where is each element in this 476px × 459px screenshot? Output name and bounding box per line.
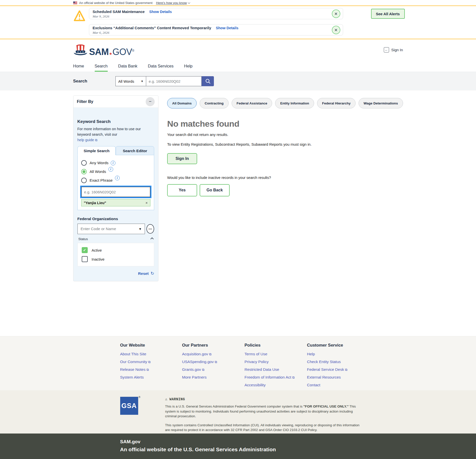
- radio-label: Exact Phrase: [90, 178, 113, 183]
- reset-filters-link[interactable]: Reset: [138, 271, 149, 276]
- domain-tab-entity-information[interactable]: Entity Information: [275, 98, 314, 108]
- radio-label: All Words: [90, 169, 106, 174]
- footer-link-foia[interactable]: Freedom of Information Act ⧉: [245, 375, 307, 380]
- show-details-link[interactable]: Show Details: [216, 26, 238, 30]
- footer-link-grants-gov[interactable]: Grants.gov ⧉: [182, 367, 245, 372]
- domain-tab-federal-hierarchy[interactable]: Federal Hierarchy: [317, 98, 356, 108]
- collapse-filters-button[interactable]: −: [146, 97, 155, 106]
- search-band: Search All Words ▼: [0, 72, 476, 90]
- checkbox-inactive[interactable]: [82, 256, 88, 262]
- footer-heading: Customer Service: [307, 343, 370, 348]
- external-link-icon: ⧉: [146, 368, 149, 372]
- search-label: Search: [73, 79, 87, 84]
- checkbox-active[interactable]: ✓: [82, 247, 88, 253]
- close-icon: ✕: [334, 28, 338, 32]
- identity-footer: SAM.gov An official website of the U.S. …: [0, 434, 476, 459]
- sign-in-required-text: To view Entity Registrations, Subcontrac…: [167, 142, 325, 147]
- footer-link-usaspending-gov[interactable]: USASpending.gov ⧉: [182, 360, 245, 364]
- federal-organizations-select[interactable]: Enter Code or Name ▼: [77, 224, 145, 234]
- sign-in-link[interactable]: ← Sign In: [384, 47, 403, 52]
- footer-link-privacy-policy[interactable]: Privacy Policy: [245, 360, 307, 364]
- footer-link-system-alerts[interactable]: System Alerts: [120, 375, 182, 380]
- more-organizations-button[interactable]: •••: [146, 224, 154, 234]
- yes-button[interactable]: Yes: [167, 184, 197, 196]
- domain-tab-wage-determinations[interactable]: Wage Determinations: [359, 98, 403, 108]
- close-icon: ✕: [334, 11, 338, 16]
- nav-item-search[interactable]: Search: [95, 60, 108, 72]
- footer-column-our-website: Our Website About This Site Our Communit…: [120, 343, 182, 391]
- radio-exact-phrase[interactable]: [81, 178, 87, 183]
- footer-link-check-entity-status[interactable]: Check Entity Status: [307, 360, 370, 364]
- footer-link-about-this-site[interactable]: About This Site: [120, 352, 182, 356]
- nav-item-data-services[interactable]: Data Services: [148, 60, 174, 72]
- help-guide-link[interactable]: help guide ⧉: [77, 138, 97, 142]
- domain-tab-contracting[interactable]: Contracting: [200, 98, 229, 108]
- external-link-icon: ⧉: [95, 138, 97, 142]
- status-accordion-header[interactable]: Status: [77, 237, 154, 241]
- footer-link-release-notes[interactable]: Release Notes ⧉: [120, 367, 182, 372]
- external-link-icon: ⧉: [292, 376, 295, 379]
- close-alert-button[interactable]: ✕: [332, 9, 340, 18]
- footer-link-contact[interactable]: Contact: [307, 383, 370, 387]
- tab-simple-search[interactable]: Simple Search: [77, 146, 116, 155]
- footer-link-terms-of-use[interactable]: Terms of Use: [245, 352, 307, 356]
- show-details-link[interactable]: Show Details: [149, 10, 172, 14]
- domain-tab-federal-assistance[interactable]: Federal Assistance: [232, 98, 272, 108]
- external-link-icon: ⧉: [209, 352, 211, 356]
- warning-text-block: ⚠ WARNING This is a U.S. General Service…: [165, 397, 365, 433]
- search-input[interactable]: [146, 76, 202, 86]
- go-back-button[interactable]: Go Back: [200, 184, 230, 196]
- alert: Exclusions “Additional Comments” Content…: [89, 24, 343, 35]
- search-icon: [205, 78, 211, 84]
- keyword-search-info: For more information on how to use our k…: [77, 126, 154, 143]
- search-mode-select[interactable]: All Words ▼: [115, 76, 146, 86]
- no-results-text: Your search did not return any results.: [167, 133, 403, 137]
- footer-link-federal-service-desk[interactable]: Federal Service Desk ⧉: [307, 367, 370, 372]
- minus-icon: −: [149, 99, 152, 104]
- footer-link-help[interactable]: Help: [307, 352, 370, 356]
- sign-in-button[interactable]: Sign In: [167, 153, 197, 164]
- footer-link-restricted-data-use[interactable]: Restricted Data Use: [245, 367, 307, 372]
- footer-heading: Our Website: [120, 343, 182, 348]
- chevron-down-icon: ▼: [138, 227, 142, 231]
- footer-link-external-resources[interactable]: External Resources: [307, 375, 370, 380]
- footer-links-section: Our Website About This Site Our Communit…: [0, 336, 476, 390]
- info-icon[interactable]: i: [115, 176, 120, 180]
- tab-search-editor[interactable]: Search Editor: [116, 146, 154, 155]
- reset-icon[interactable]: ↻: [151, 271, 154, 276]
- radio-label: Any Words: [90, 161, 109, 165]
- registered-mark: ®: [139, 396, 140, 399]
- sam-gov-logo[interactable]: ★ ★ ★ SAM★GOV®: [73, 44, 134, 56]
- uncle-sam-hat-icon: ★ ★ ★: [73, 44, 88, 56]
- domain-tab-all-domains[interactable]: All Domains: [167, 98, 197, 108]
- footer-link-our-community[interactable]: Our Community ⧉: [120, 360, 182, 364]
- results-area: All Domains Contracting Federal Assistan…: [167, 95, 403, 196]
- external-link-icon: ⧉: [202, 368, 204, 372]
- footer-link-accessibility[interactable]: Accessibility: [245, 383, 307, 387]
- remove-chip-icon[interactable]: ×: [145, 201, 148, 205]
- search-submit-button[interactable]: [202, 76, 214, 86]
- alert-date: Mar 6, 2026: [93, 31, 328, 35]
- info-icon[interactable]: i: [111, 161, 115, 165]
- info-icon[interactable]: i: [108, 167, 113, 172]
- radio-all-words[interactable]: [81, 169, 87, 174]
- nav-item-home[interactable]: Home: [73, 60, 84, 72]
- keyword-chip-label: "Yanjia Lieu": [84, 201, 106, 205]
- usa-gov-banner: An official website of the United States…: [0, 0, 476, 6]
- alert: Scheduled SAM Maintenance Show Details M…: [89, 8, 343, 19]
- footer-column-customer-service: Customer Service Help Check Entity Statu…: [307, 343, 370, 391]
- footer-link-acquisition-gov[interactable]: Acquisition.gov ⧉: [182, 352, 245, 356]
- radio-any-words[interactable]: [81, 160, 87, 166]
- close-alert-button[interactable]: ✕: [332, 26, 340, 34]
- footer-column-policies: Policies Terms of Use Privacy Policy Res…: [245, 343, 307, 391]
- keyword-input[interactable]: [81, 187, 151, 197]
- sign-in-icon: ←: [384, 47, 389, 52]
- nav-item-data-bank[interactable]: Data Bank: [118, 60, 137, 72]
- gsa-logo: GSA ®: [120, 397, 140, 433]
- nav-item-help[interactable]: Help: [184, 60, 193, 72]
- alert-date: Mar 9, 2026: [93, 14, 328, 18]
- footer-link-more-partners[interactable]: More Partners: [182, 375, 245, 380]
- see-all-alerts-button[interactable]: See All Alerts: [371, 9, 405, 19]
- footer-heading: Policies: [245, 343, 307, 348]
- banner-how-link[interactable]: Here's how you know: [156, 1, 190, 5]
